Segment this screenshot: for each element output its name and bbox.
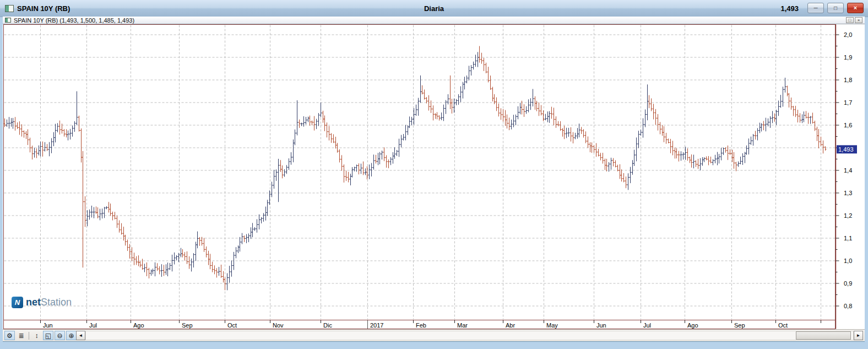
data-table-button[interactable]: ≣ <box>16 331 26 340</box>
app-icon <box>5 5 14 12</box>
chart-window-header[interactable]: SPAIN 10Y (RB) (1,493, 1,500, 1,485, 1,4… <box>3 17 865 24</box>
last-price-label: 1,493 <box>838 146 854 153</box>
title-bar: SPAIN 10Y (RB) Diaria 1,493 ─ □ × <box>0 0 868 17</box>
gear-icon: ⚙ <box>7 332 13 340</box>
y-tick-label: 1,8 <box>844 77 852 83</box>
chart-close-button[interactable]: × <box>855 17 862 23</box>
scrollbar-track[interactable] <box>85 331 854 340</box>
chart-window-controls: □ × <box>846 17 862 23</box>
y-tick-label: 2,0 <box>844 31 852 38</box>
chart-window-icon <box>5 18 11 23</box>
x-tick-label: Nov <box>273 322 284 329</box>
chart-tools: ⚙≣↕◱⊖⊕ <box>4 331 82 340</box>
x-tick-label: Oct <box>778 322 788 329</box>
last-price-marker: 1,493 <box>837 145 857 153</box>
y-tick-label: 1,3 <box>844 190 852 196</box>
toolbar-separator <box>29 332 29 340</box>
x-tick-label: 2017 <box>370 322 383 329</box>
data-table-icon: ≣ <box>18 332 24 340</box>
zoom-in-icon: ⊕ <box>68 332 74 340</box>
window-controls: ─ □ × <box>807 3 864 13</box>
y-tick-label: 1,2 <box>844 212 852 219</box>
fit-vertical-button[interactable]: ↕ <box>31 331 42 340</box>
x-tick-label: Oct <box>227 322 237 329</box>
x-tick-label: Sep <box>734 322 745 329</box>
chart-properties-button[interactable]: ⚙ <box>4 331 15 340</box>
price-chart[interactable]: 2,01,91,81,71,61,51,41,31,21,11,00,90,8J… <box>3 24 865 329</box>
zoom-out-icon: ⊖ <box>57 332 62 340</box>
down-bars <box>4 46 827 291</box>
close-button[interactable]: × <box>847 3 864 13</box>
fit-page-button[interactable]: ◱ <box>43 331 53 340</box>
y-axis: 2,01,91,81,71,61,51,41,31,21,11,00,90,8 <box>836 31 853 309</box>
zoom-in-button[interactable]: ⊕ <box>66 331 77 340</box>
y-tick-label: 1,4 <box>844 167 852 174</box>
y-tick-label: 1,7 <box>844 99 852 106</box>
chart-restore-button[interactable]: □ <box>846 17 854 23</box>
fit-page-icon: ◱ <box>45 332 51 340</box>
y-tick-label: 1,9 <box>844 54 852 61</box>
chart-area: 2,01,91,81,71,61,51,41,31,21,11,00,90,8J… <box>3 24 865 329</box>
y-tick-label: 0,9 <box>844 280 852 287</box>
window-title: SPAIN 10Y (RB) <box>17 4 70 13</box>
x-tick-label: Jun <box>43 322 53 329</box>
scrollbar-thumb[interactable] <box>796 331 851 340</box>
y-tick-label: 0,8 <box>844 303 852 309</box>
fit-vertical-icon: ↕ <box>35 332 39 340</box>
scroll-left-button[interactable]: ◄ <box>76 331 85 340</box>
y-tick-label: 1,6 <box>844 122 852 128</box>
up-bars <box>6 52 812 290</box>
netstation-logo-icon: N <box>12 297 23 308</box>
app-window: SPAIN 10Y (RB) Diaria 1,493 ─ □ × SPAIN … <box>0 0 868 349</box>
logo-text-net: net <box>26 297 41 308</box>
x-tick-label: Ago <box>687 322 698 329</box>
logo-text-station: Station <box>41 297 72 308</box>
x-tick-label: Jun <box>596 322 606 329</box>
scroll-right-button[interactable]: ► <box>854 331 863 340</box>
chart-window: SPAIN 10Y (RB) (1,493, 1,500, 1,485, 1,4… <box>3 17 865 342</box>
minimize-button[interactable]: ─ <box>807 3 824 13</box>
maximize-button[interactable]: □ <box>827 3 844 13</box>
x-tick-label: Feb <box>416 322 426 329</box>
titlebar-last-price: 1,493 <box>780 4 799 13</box>
chart-window-title: SPAIN 10Y (RB) (1,493, 1,500, 1,485, 1,4… <box>14 17 134 24</box>
horizontal-scrollbar: ◄ ► <box>76 331 863 340</box>
x-tick-label: Sep <box>182 322 193 329</box>
y-tick-label: 1,0 <box>844 257 852 264</box>
bottom-toolbar: ⚙≣↕◱⊖⊕ ◄ ► <box>3 329 865 341</box>
bars-layer <box>4 46 827 291</box>
grid-layer <box>4 25 836 320</box>
x-axis: JunJulAgoSepOctNovDic2017FebMarAbrMayJun… <box>41 320 821 329</box>
x-tick-label: Ago <box>133 322 144 329</box>
x-tick-label: Abr <box>506 322 515 329</box>
period-label: Diaria <box>0 4 868 13</box>
x-tick-label: Dic <box>323 322 332 329</box>
x-tick-label: Jul <box>643 322 651 329</box>
x-tick-label: Mar <box>457 322 468 329</box>
y-tick-label: 1,1 <box>844 235 852 241</box>
zoom-out-button[interactable]: ⊖ <box>55 331 65 340</box>
x-tick-label: May <box>546 322 558 329</box>
x-tick-label: Jul <box>89 322 97 329</box>
netstation-logo: N netStation <box>12 297 72 308</box>
